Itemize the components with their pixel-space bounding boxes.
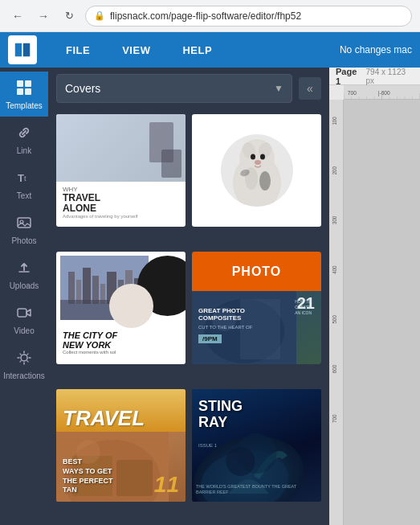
svg-rect-25 <box>83 268 91 304</box>
svg-text:T: T <box>18 172 24 184</box>
city-title: THE CITY OFNEW YORK <box>63 330 179 350</box>
template-card-stingray[interactable]: STINGRAY ISSUE 1 THE WORLD'S GREATEST BO… <box>192 389 321 502</box>
svg-rect-40 <box>116 460 153 496</box>
help-menu[interactable]: HELP <box>166 32 228 68</box>
travel2-sub: BESTWAYS TO GETTHE PERFECTTAN <box>63 457 113 495</box>
video-label: Video <box>14 326 34 335</box>
template-card-photo[interactable]: PHOTO 21 HOW TOCREATEAN ICON GREAT PHOTO… <box>192 252 321 364</box>
link-icon <box>16 125 32 143</box>
ruler-vertical: 100 200 300 400 500 600 700 <box>329 100 344 525</box>
photo-side-text: HOW TOCREATEAN ICON <box>295 299 312 316</box>
svg-point-20 <box>259 171 271 191</box>
sidebar-item-link[interactable]: Link <box>0 117 48 162</box>
sidebar-item-interactions[interactable]: Interactions <box>0 342 48 387</box>
svg-text:500: 500 <box>332 315 337 324</box>
city-sub: Collect moments with sol <box>63 350 179 355</box>
travel2-header: TRAVEL <box>56 389 186 432</box>
template-grid: Why TRAVELALONE Advantages of traveling … <box>48 109 329 525</box>
view-menu[interactable]: VIEW <box>106 32 166 68</box>
svg-text:600: 600 <box>332 365 337 374</box>
dropdown-arrow-icon: ▼ <box>274 83 283 94</box>
lock-icon: 🔒 <box>94 10 105 21</box>
sidebar-item-text[interactable]: T t Text <box>0 162 48 207</box>
photo-header-title: PHOTO <box>232 265 282 279</box>
travel2-number: 11 <box>154 472 179 498</box>
url-text: flipsnack.com/page-flip-software/editor/… <box>110 10 301 22</box>
templates-panel: Covers ▼ « Why TRAVELALONE Advantages of… <box>48 68 329 525</box>
svg-rect-26 <box>92 276 99 304</box>
ruler-horizontal: 700 |-600 <box>344 85 420 100</box>
uploads-label: Uploads <box>10 281 39 290</box>
photos-icon <box>16 215 32 233</box>
svg-text:200: 200 <box>332 166 337 175</box>
svg-point-17 <box>260 154 265 160</box>
template-card-travel-alone[interactable]: Why TRAVELALONE Advantages of traveling … <box>56 114 186 227</box>
svg-rect-61 <box>329 100 344 525</box>
svg-point-11 <box>21 355 27 361</box>
video-icon <box>16 305 32 323</box>
svg-rect-3 <box>25 80 31 87</box>
travel-title: TRAVELALONE <box>63 193 137 214</box>
canvas-area: Page 1 794 x 1123 px 700 |-600 <box>329 68 420 525</box>
svg-rect-10 <box>18 309 27 317</box>
covers-dropdown[interactable]: Covers ▼ <box>56 74 292 103</box>
file-menu[interactable]: FILE <box>50 32 106 68</box>
sidebar-item-photos[interactable]: Photos <box>0 207 48 252</box>
travel2-title: TRAVEL <box>63 408 145 429</box>
svg-rect-23 <box>68 272 75 304</box>
svg-text:100: 100 <box>332 117 337 125</box>
page-info-bar: Page 1 794 x 1123 px <box>329 68 420 85</box>
dog-image <box>221 134 293 207</box>
travel-bg <box>56 114 186 182</box>
canvas-bg <box>344 100 420 525</box>
forward-button[interactable]: → <box>34 6 53 26</box>
photo-time: /9PM <box>198 334 222 343</box>
templates-icon <box>16 80 32 98</box>
collapse-button[interactable]: « <box>299 77 321 100</box>
svg-rect-1 <box>22 43 31 57</box>
template-card-dog[interactable] <box>192 114 321 227</box>
svg-text:t: t <box>24 174 27 183</box>
travel-sub: Advantages of traveling by yourself <box>63 214 137 219</box>
svg-rect-5 <box>25 88 31 95</box>
uploads-icon <box>16 260 32 278</box>
travel2-bottom-text: BESTWAYS TO GETTHE PERFECTTAN <box>63 457 113 495</box>
page-label: Page 1 <box>336 68 363 86</box>
back-button[interactable]: ← <box>8 6 27 26</box>
svg-text:700: 700 <box>348 90 357 96</box>
app-logo <box>8 35 37 64</box>
city-text: THE CITY OFNEW YORK Collect moments with… <box>63 330 179 355</box>
photo-sub-title: GREAT PHOTOCOMPOSITES <box>198 307 252 322</box>
sidebar-item-templates[interactable]: Templates <box>0 72 48 117</box>
svg-text:|-600: |-600 <box>378 90 390 96</box>
sidebar-item-uploads[interactable]: Uploads <box>0 252 48 297</box>
template-card-travel-best[interactable]: TRAVEL BESTWAYS TO GETTHE PERFECTTAN 11 <box>56 389 186 502</box>
app-header: FILE VIEW HELP No changes mac <box>0 32 420 68</box>
svg-rect-4 <box>17 88 23 95</box>
template-card-city[interactable]: THE CITY OFNEW YORK Collect moments with… <box>56 252 186 364</box>
photos-label: Photos <box>11 236 36 245</box>
address-bar[interactable]: 🔒 flipsnack.com/page-flip-software/edito… <box>85 6 412 27</box>
interactions-icon <box>16 350 32 368</box>
svg-text:400: 400 <box>332 265 337 274</box>
dropdown-label: Covers <box>65 82 100 95</box>
panel-header: Covers ▼ « <box>48 68 329 109</box>
text-icon: T t <box>16 170 32 188</box>
text-label: Text <box>17 191 31 200</box>
reload-button[interactable]: ↻ <box>59 6 79 26</box>
stingray-issue: ISSUE 1 <box>198 436 217 450</box>
svg-text:300: 300 <box>332 215 337 224</box>
page-dims: 794 x 1123 px <box>366 68 414 85</box>
link-label: Link <box>17 146 31 155</box>
svg-point-18 <box>255 160 261 165</box>
header-status: No changes mac <box>340 44 412 55</box>
svg-point-45 <box>226 447 255 476</box>
travel-text: Why TRAVELALONE Advantages of traveling … <box>63 186 137 219</box>
svg-point-16 <box>251 154 255 160</box>
main-layout: Templates Link T t Text <box>0 68 420 525</box>
svg-rect-2 <box>17 80 23 87</box>
stingray-title: STINGRAY <box>198 399 243 431</box>
sidebar-item-video[interactable]: Video <box>0 297 48 342</box>
browser-bar: ← → ↻ 🔒 flipsnack.com/page-flip-software… <box>0 0 420 32</box>
svg-rect-0 <box>14 43 22 57</box>
